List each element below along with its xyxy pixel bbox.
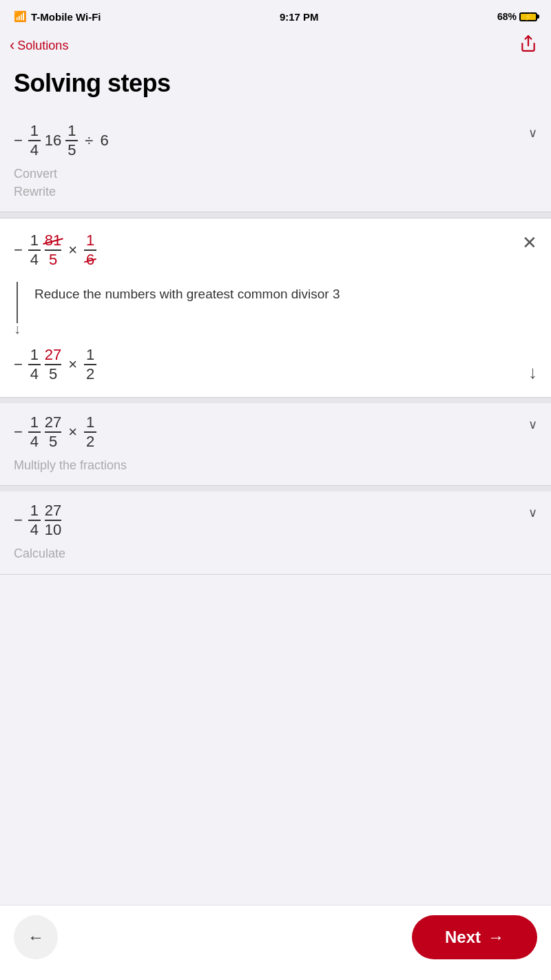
step2-before-expression: − 1 4 81 5 × 1 6	[14, 232, 537, 268]
page-title: Solving steps	[14, 69, 537, 98]
signal-icon: 📶	[14, 10, 27, 23]
status-time: 9:17 PM	[280, 11, 319, 23]
section-gap-2	[0, 398, 551, 403]
step1-chevron-down[interactable]: ∨	[528, 125, 537, 141]
step2-down-arrow-button[interactable]: ↓	[528, 362, 537, 383]
status-carrier: 📶 T-Mobile Wi-Fi	[14, 10, 101, 23]
step4-description: Calculate	[14, 545, 537, 562]
share-button[interactable]	[519, 34, 537, 57]
step2-frac2-before: 81 5	[45, 232, 61, 268]
next-arrow-icon: →	[488, 928, 504, 947]
battery-icon: ⚡	[519, 12, 537, 21]
step1-frac1: 1 4	[28, 123, 41, 159]
section-gap-3	[0, 486, 551, 491]
page-title-section: Solving steps	[0, 63, 551, 112]
step1-minus: −	[14, 132, 23, 150]
step2-frac3-before: 1 6	[84, 232, 96, 268]
step3-frac1: 1 4	[28, 414, 41, 450]
step3-chevron-down[interactable]: ∨	[528, 417, 537, 432]
step3-frac3: 1 2	[84, 414, 96, 450]
step2-frac1: 1 4	[28, 232, 41, 268]
step4-frac1: 1 4	[28, 502, 41, 538]
back-arrow-icon: ←	[28, 928, 44, 947]
section-gap-1	[0, 212, 551, 218]
step2-after-frac1: 1 4	[28, 347, 41, 382]
step3-expression: − 1 4 27 5 × 1 2	[14, 414, 537, 450]
step4-card[interactable]: ∨ − 1 4 27 10 Calculate	[0, 491, 551, 575]
next-button[interactable]: Next →	[412, 915, 537, 959]
step1-expression: − 1 4 16 1 5 ÷ 6	[14, 123, 537, 159]
step1-card[interactable]: ∨ − 1 4 16 1 5 ÷ 6 Convert Rewrite	[0, 112, 551, 212]
chevron-left-icon: ‹	[10, 38, 14, 53]
step4-expression: − 1 4 27 10	[14, 502, 537, 538]
flow-arrow-line: ↓	[14, 279, 21, 336]
step3-card[interactable]: ∨ − 1 4 27 5 × 1 2 Multiply the fraction…	[0, 403, 551, 487]
step3-description: Multiply the fractions	[14, 457, 537, 474]
bottom-nav: ← Next →	[0, 905, 551, 980]
back-circle-button[interactable]: ←	[14, 915, 58, 959]
nav-bar: ‹ Solutions	[0, 30, 551, 63]
step2-flow: ↓ Reduce the numbers with greatest commo…	[14, 279, 537, 336]
content-area: ∨ − 1 4 16 1 5 ÷ 6 Convert Rewrite ✕ −	[0, 112, 551, 671]
back-solutions-button[interactable]: ‹ Solutions	[10, 38, 68, 53]
step1-frac2: 1 5	[65, 123, 78, 159]
step2-card: ✕ − 1 4 81 5 × 1 6 ↓ Reduce the nu	[0, 218, 551, 398]
status-battery: 68% ⚡	[497, 11, 537, 22]
status-bar: 📶 T-Mobile Wi-Fi 9:17 PM 68% ⚡	[0, 0, 551, 30]
step3-frac2: 27 5	[45, 414, 61, 450]
step2-after-frac2: 27 5	[45, 347, 61, 382]
step4-chevron-down[interactable]: ∨	[528, 505, 537, 520]
step2-after-frac3: 1 2	[84, 347, 96, 382]
step1-description: Convert Rewrite	[14, 165, 537, 200]
step2-close-button[interactable]: ✕	[522, 232, 537, 254]
step2-description: Reduce the numbers with greatest common …	[34, 279, 340, 305]
step2-after-expression: − 1 4 27 5 × 1 2	[14, 347, 537, 382]
step4-frac2: 27 10	[45, 502, 61, 538]
